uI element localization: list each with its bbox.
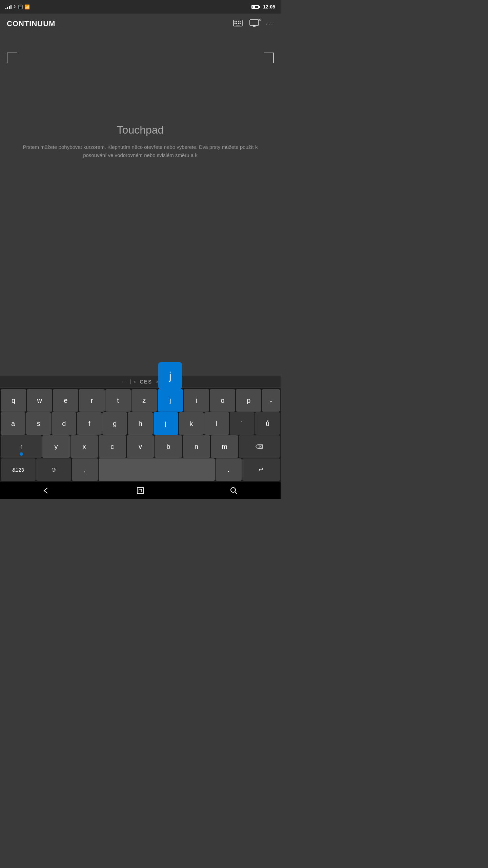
svg-rect-14 [137,488,143,494]
key-m[interactable]: m [211,435,238,458]
svg-rect-10 [250,20,259,25]
svg-rect-5 [235,23,236,24]
corner-top-left [7,53,17,63]
svg-rect-7 [238,23,239,24]
svg-rect-15 [139,489,142,492]
svg-rect-6 [236,23,237,24]
key-rows: q w e r t z j j i o p ⌄ a s d f g h j k … [0,388,281,482]
key-row-2: a s d f g h j k l ´ ů [1,412,280,435]
key-f[interactable]: f [77,412,102,435]
key-i[interactable]: i [184,389,209,412]
svg-point-16 [231,488,236,492]
key-acute[interactable]: ´ [230,412,255,435]
space-key[interactable] [99,458,215,481]
key-t[interactable]: t [105,389,131,412]
app-title: CONTINUUM [7,19,55,28]
key-j-row2[interactable]: j [154,412,178,435]
suggestion-text: CES [140,379,152,384]
key-popup: j [158,362,182,389]
key-w[interactable]: w [27,389,52,412]
key-l[interactable]: l [204,412,229,435]
key-row-3: ↑ y x c v b n m ⌫ [1,435,280,458]
status-left: 2 📳 📶 [5,4,30,9]
corner-top-right [264,53,274,63]
svg-rect-1 [235,21,236,22]
key-x[interactable]: x [70,435,98,458]
suggestion-bar[interactable]: · · · < CES > [0,376,281,388]
svg-line-17 [235,492,237,494]
display-icon[interactable]: ✕ [249,19,259,28]
key-r[interactable]: r [79,389,104,412]
period-key[interactable]: . [216,458,242,481]
shift-key[interactable]: ↑ [1,435,42,458]
key-p[interactable]: p [236,389,261,412]
svg-rect-2 [236,21,237,22]
key-b[interactable]: b [155,435,182,458]
signal-icon [5,4,12,9]
backspace-key[interactable]: ⌫ [239,435,280,458]
key-g[interactable]: g [102,412,127,435]
key-u-ring[interactable]: ů [255,412,280,435]
key-d[interactable]: d [52,412,76,435]
back-button[interactable] [40,484,54,497]
key-j-row1[interactable]: j j [158,389,183,412]
key-row-1: q w e r t z j j i o p ⌄ [1,389,280,412]
touchpad-title: Touchpad [117,124,164,136]
key-s[interactable]: s [26,412,51,435]
keyboard: · · · < CES > q w e r t z j j i o p ⌄ a … [0,376,281,482]
key-c[interactable]: c [99,435,126,458]
main-content: Touchpad Prstem můžete pohybovat kurzore… [0,81,281,170]
key-z[interactable]: z [131,389,157,412]
numbers-key[interactable]: &123 [1,458,36,481]
hide-keyboard-key[interactable]: ⌄ [262,389,280,412]
home-button[interactable] [134,484,147,497]
key-y[interactable]: y [42,435,70,458]
svg-rect-4 [240,21,241,22]
key-q[interactable]: q [1,389,26,412]
key-v[interactable]: v [127,435,154,458]
key-a[interactable]: a [1,412,25,435]
key-h[interactable]: h [128,412,152,435]
header-icons: ✕ ··· [233,19,274,28]
clock: 12:05 [263,4,275,9]
comma-key[interactable]: , [72,458,98,481]
key-k[interactable]: k [179,412,204,435]
svg-rect-9 [236,25,240,25]
key-n[interactable]: n [183,435,210,458]
key-row-4: &123 ☺ , . ↵ [1,458,280,481]
enter-key[interactable]: ↵ [242,458,280,481]
app-header: CONTINUUM ✕ · [0,14,281,34]
network-type: 2 [14,5,16,9]
bottom-nav [0,482,281,499]
suggestion-left-arrow[interactable]: < [134,380,136,384]
svg-rect-8 [240,23,241,24]
keyboard-icon[interactable] [233,20,243,28]
touchpad-description: Prstem můžete pohybovat kurzorem. Klepnu… [20,143,260,159]
search-button[interactable] [227,484,241,497]
emoji-key[interactable]: ☺ [36,458,71,481]
svg-rect-3 [238,21,239,22]
viewfinder-area [0,34,281,81]
key-o[interactable]: o [210,389,235,412]
key-e[interactable]: e [53,389,78,412]
status-right: 12:05 [251,4,275,9]
status-icons: 📳 📶 [18,4,30,9]
status-bar: 2 📳 📶 12:05 [0,0,281,14]
more-options-icon[interactable]: ··· [266,20,274,27]
battery-icon [251,5,260,9]
